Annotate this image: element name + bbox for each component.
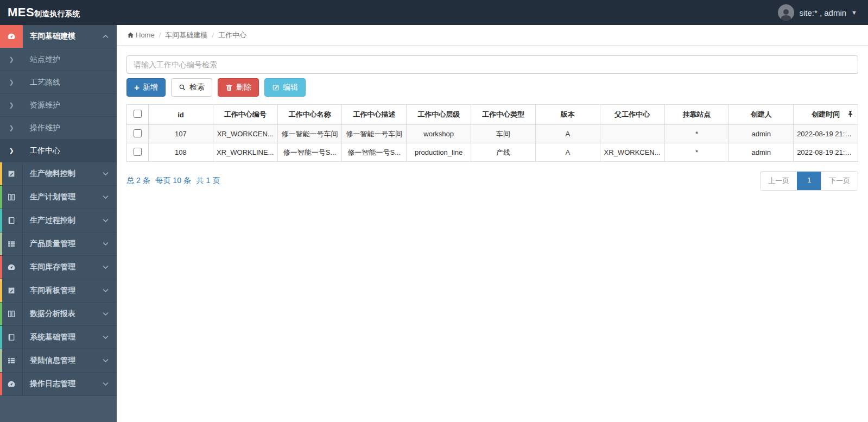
chevron-right-icon: ❯	[0, 56, 23, 63]
logo-mes: MES	[8, 5, 34, 19]
subitem-label: 站点维护	[23, 55, 60, 65]
topbar: MES制造执行系统 site:* , admin ▼	[0, 0, 868, 25]
breadcrumb-current: 工作中心	[218, 30, 246, 40]
cell-created-time: 2022-08-19 21:1...	[794, 143, 858, 162]
cell-name: 修一智能一号车间	[277, 125, 342, 143]
color-strip	[0, 256, 2, 279]
cell-site: *	[664, 143, 729, 162]
sidebar-item-label: 生产计划管理	[23, 192, 103, 202]
total-count: 总 2 条	[126, 176, 150, 185]
user-avatar	[778, 4, 794, 21]
column-header-code: 工作中心编号	[213, 105, 277, 125]
book-icon	[0, 326, 23, 349]
sidebar-item-label: 车间基础建模	[23, 32, 103, 41]
color-strip	[0, 373, 2, 395]
cell-desc: 修一智能一号S...	[342, 143, 407, 162]
pencil-square-icon	[0, 162, 23, 185]
sidebar-item-label: 操作日志管理	[23, 379, 103, 389]
th-list-icon	[0, 232, 23, 255]
select-all-checkbox[interactable]	[134, 110, 142, 118]
breadcrumb-home[interactable]: Home	[136, 31, 155, 39]
row-select-cell	[127, 143, 149, 162]
sidebar-subitem-resource-maintenance[interactable]: ❯ 资源维护	[0, 94, 117, 117]
pagination-summary: 总 2 条 每页 10 条 共 1 页	[126, 176, 223, 186]
color-strip	[0, 186, 2, 209]
breadcrumb-level1[interactable]: 车间基础建模	[165, 30, 207, 40]
sidebar-item-process-control[interactable]: 生产过程控制	[0, 209, 117, 232]
columns-icon	[0, 303, 23, 325]
per-page-count[interactable]: 每页 10 条	[155, 176, 191, 185]
th-list-icon	[0, 349, 23, 372]
chevron-down-icon	[103, 193, 109, 201]
sidebar-subitem-site-maintenance[interactable]: ❯ 站点维护	[0, 48, 117, 71]
sidebar-subitem-work-center[interactable]: ❯ 工作中心	[0, 140, 117, 162]
add-button[interactable]: + 新增	[126, 78, 166, 97]
column-header-id: id	[149, 105, 213, 125]
cell-id: 107	[149, 125, 213, 143]
delete-button[interactable]: 删除	[218, 78, 259, 97]
subitem-label: 操作维护	[23, 123, 60, 133]
table-header-row: id 工作中心编号 工作中心名称 工作中心描述 工作中心层级 工作中心类型 版本…	[127, 105, 858, 125]
sidebar-subitem-process-route[interactable]: ❯ 工艺路线	[0, 71, 117, 94]
sidebar-item-label: 车间库存管理	[23, 262, 103, 272]
sidebar-item-workshop-modeling[interactable]: 车间基础建模	[0, 25, 117, 48]
cell-type: 车间	[471, 125, 536, 143]
edit-button[interactable]: 编辑	[264, 78, 306, 97]
column-header-desc: 工作中心描述	[342, 105, 407, 125]
app-logo: MES制造执行系统	[0, 5, 117, 20]
color-strip	[0, 326, 2, 349]
sidebar-item-login-info-management[interactable]: 登陆信息管理	[0, 349, 117, 373]
edit-icon	[272, 84, 280, 91]
row-checkbox[interactable]	[134, 148, 142, 156]
breadcrumb-separator: /	[212, 31, 214, 39]
subitem-label: 资源维护	[23, 100, 60, 110]
sidebar-item-kanban-management[interactable]: 车间看板管理	[0, 279, 117, 303]
cell-level: workshop	[407, 125, 471, 143]
chevron-down-icon	[103, 240, 109, 248]
sidebar-item-system-management[interactable]: 系统基础管理	[0, 326, 117, 349]
cell-type: 产线	[471, 143, 536, 162]
table-row[interactable]: 107 XR_WORKCEN... 修一智能一号车间 修一智能一号车间 work…	[127, 125, 858, 143]
chevron-right-icon: ❯	[0, 124, 23, 131]
prev-page-button[interactable]: 上一页	[761, 172, 797, 190]
delete-button-label: 删除	[236, 83, 251, 92]
sidebar-item-inventory-management[interactable]: 车间库存管理	[0, 256, 117, 279]
cell-parent: XR_WORKCEN...	[600, 143, 664, 162]
sidebar-item-plan-management[interactable]: 生产计划管理	[0, 186, 117, 209]
logo-subtitle: 制造执行系统	[34, 9, 80, 18]
sidebar-item-operation-log-management[interactable]: 操作日志管理	[0, 373, 117, 396]
sidebar-item-quality-management[interactable]: 产品质量管理	[0, 232, 117, 256]
search-input[interactable]	[126, 55, 858, 74]
row-checkbox[interactable]	[134, 129, 142, 137]
column-header-creator: 创建人	[729, 105, 794, 125]
next-page-button[interactable]: 下一页	[821, 172, 858, 190]
chevron-down-icon: ▼	[851, 9, 857, 16]
chevron-down-icon	[103, 333, 109, 341]
cell-creator: admin	[729, 125, 794, 143]
color-strip	[0, 303, 2, 325]
user-menu[interactable]: site:* , admin ▼	[778, 4, 868, 21]
sidebar-item-label: 产品质量管理	[23, 239, 103, 249]
page-1-button[interactable]: 1	[797, 172, 821, 190]
dashboard-icon	[0, 256, 23, 279]
subitem-label: 工艺路线	[23, 78, 60, 87]
columns-icon	[0, 186, 23, 209]
chevron-down-icon	[103, 287, 109, 294]
search-button-label: 检索	[189, 83, 205, 92]
cell-name: 修一智能一号S...	[277, 143, 342, 162]
sidebar-subitem-operation-maintenance[interactable]: ❯ 操作维护	[0, 117, 117, 140]
search-button[interactable]: 检索	[171, 78, 212, 97]
chevron-up-icon	[103, 33, 109, 40]
main-content: Home / 车间基础建模 / 工作中心 + 新增 检索 删除	[117, 25, 868, 422]
table-row[interactable]: 108 XR_WORKLINE... 修一智能一号S... 修一智能一号S...…	[127, 143, 858, 162]
sidebar-item-material-control[interactable]: 生产物料控制	[0, 162, 117, 186]
column-header-name: 工作中心名称	[277, 105, 342, 125]
pin-icon[interactable]	[847, 110, 853, 119]
column-header-level: 工作中心层级	[407, 105, 471, 125]
sidebar-item-analytics-reports[interactable]: 数据分析报表	[0, 303, 117, 326]
column-header-label: 创建时间	[812, 110, 840, 118]
color-strip	[0, 209, 2, 232]
cell-site: *	[664, 125, 729, 143]
column-header-parent: 父工作中心	[600, 105, 664, 125]
chevron-right-icon: ❯	[0, 147, 23, 154]
